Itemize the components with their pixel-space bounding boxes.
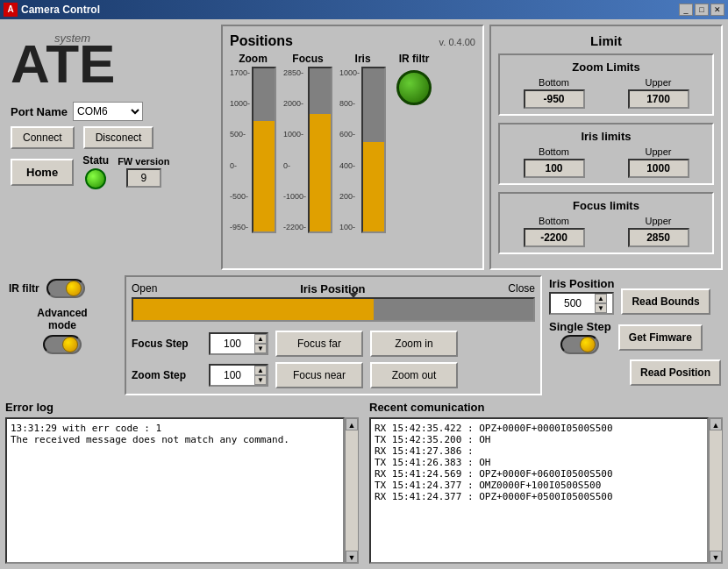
comm-line-5: RX 15:41:24.569 : OPZ+0000F+0600I0500S50… [375,468,703,480]
zoom-slider-group: Zoom 1700-1000-500-0--500--950- [230,53,276,233]
zoom-limits-row: Bottom Upper [505,77,707,109]
fw-version-input[interactable] [126,168,161,188]
single-step-field: Single Step [549,320,611,354]
iris-bar-section: Open Iris Position Close [132,282,535,325]
status-label: Statu [82,154,109,167]
recent-comm-panel: Recent comunication RX 15:42:35.422 : OP… [369,401,723,564]
connect-button[interactable]: Connect [11,126,75,149]
error-log-box[interactable]: 13:31:29 with err code : 1 The received … [5,417,345,564]
step-controls: Focus Step ▲ ▼ Focus far Zoom in Zoom St… [132,331,535,388]
error-log-panel: Error log 13:31:29 with err code : 1 The… [5,401,359,564]
focus-step-input[interactable] [211,334,254,353]
advanced-mode-toggle[interactable] [43,335,82,354]
focus-upper-label: Upper [646,216,672,226]
focus-slider-fill [310,114,331,231]
read-bounds-button[interactable]: Read Bounds [621,288,710,315]
focus-limits-title: Focus limits [505,199,707,212]
disconnect-button[interactable]: Disconect [83,126,154,149]
zoom-upper-label: Upper [646,77,672,88]
error-log-line-2: The received message does not match any … [11,434,339,445]
status-row: Home Statu FW version [5,154,216,189]
recent-comm-box[interactable]: RX 15:42:35.422 : OPZ+0000F+0000I0500S50… [369,417,709,564]
focus-step-spinner: ▲ ▼ [209,332,268,355]
single-step-toggle[interactable] [560,335,599,354]
port-name-select[interactable]: COM6 COM1 COM3 [73,102,143,121]
focus-upper-field: Upper [628,216,689,247]
single-step-label: Single Step [549,320,611,333]
focus-bottom-input[interactable] [524,228,585,247]
iris-upper-field: Upper [628,146,689,178]
iris-bar-track [132,297,535,322]
left-panel: system ATE Port Name COM6 COM1 COM3 Conn… [5,25,216,270]
comm-line-3: RX 15:41:27.386 : [375,445,703,457]
focus-upper-input[interactable] [628,228,689,247]
zoom-limits-title: Zoom Limits [505,60,707,74]
left-controls: IR filtr Advancedmode [5,275,119,395]
focus-labels: 2850-2000-1000-0--1000--2200- [283,67,306,233]
zoom-slider-fill [253,121,275,231]
zoom-upper-input[interactable] [628,89,689,109]
focus-near-button[interactable]: Focus near [275,362,363,388]
focus-label: Focus [292,53,323,65]
maximize-button[interactable]: □ [695,4,709,16]
logo-area: system ATE [5,25,216,96]
comm-line-4: TX 15:41:26.383 : OH [375,457,703,468]
focus-step-down[interactable]: ▼ [254,344,267,353]
read-position-button[interactable]: Read Position [630,359,721,386]
zoom-step-input[interactable] [211,366,254,385]
zoom-out-button[interactable]: Zoom out [370,362,458,388]
comm-line-1: RX 15:42:35.422 : OPZ+0000F+0000I0500S50… [375,423,703,434]
zoom-upper-field: Upper [628,77,689,109]
zoom-step-spinner-btns: ▲ ▼ [254,366,267,385]
minimize-button[interactable]: _ [679,4,693,16]
logo-container: system ATE [11,30,186,91]
iris-bottom-label: Bottom [539,146,569,157]
positions-title: Positions [230,33,293,49]
iris-labels: 1000-800-600-400-200-100- [339,67,360,233]
window-controls: _ □ ✕ [679,4,724,16]
zoom-label: Zoom [239,53,268,65]
zoom-step-down[interactable]: ▼ [254,375,267,385]
read-position-row: Read Position [549,359,721,386]
home-button[interactable]: Home [11,159,74,186]
logo-ate-text: ATE [11,37,115,91]
close-button[interactable]: ✕ [710,4,724,16]
iris-bottom-input[interactable] [524,159,585,178]
error-log-line-1: 13:31:29 with err code : 1 [11,423,339,434]
comm-line-7: RX 15:41:24.377 : OPZ+0000F+0500I0500S50… [375,491,703,502]
advanced-mode-section: Advancedmode [9,307,116,354]
iris-pos-down[interactable]: ▼ [595,303,607,313]
iris-slider-fill [363,142,384,231]
ir-filtr-toggle[interactable] [46,279,85,298]
focus-far-button[interactable]: Focus far [275,331,363,357]
connect-buttons-row: Connect Disconect [5,126,216,149]
ir-filtr-led [396,70,432,105]
focus-slider-group: Focus 2850-2000-1000-0--1000--2200- [283,53,332,233]
recent-comm-title: Recent comunication [369,401,723,414]
recent-comm-scrollbar[interactable]: ▲ ▼ [709,417,723,564]
error-log-scrollbar[interactable]: ▲ ▼ [345,417,359,564]
advanced-mode-label: Advancedmode [37,307,87,331]
zoom-step-up[interactable]: ▲ [254,366,267,375]
focus-step-up[interactable]: ▲ [254,334,267,344]
comm-line-2: TX 15:42:35.200 : OH [375,434,703,445]
comm-line-6: TX 15:41:24.377 : OMZ0000F+100I0500S500 [375,480,703,491]
right-controls: Iris Position ▲ ▼ Read Bounds Single Ste… [547,275,723,395]
zoom-step-spinner: ▲ ▼ [209,364,268,387]
advanced-mode-toggle-knob [62,337,78,352]
zoom-slider-track [252,67,276,233]
limit-panel: Limit Zoom Limits Bottom Upper Iris limi… [489,25,723,270]
zoom-in-button[interactable]: Zoom in [370,331,458,357]
focus-slider-track [308,67,332,233]
top-section: system ATE Port Name COM6 COM1 COM3 Conn… [0,19,728,275]
center-controls-panel: Open Iris Position Close Focus Step [125,275,542,395]
get-firmware-button[interactable]: Get Fimware [618,324,703,351]
iris-position-spinner-btns: ▲ ▼ [595,294,607,313]
zoom-step-row: Zoom Step ▲ ▼ Focus near Zoom out [132,362,535,388]
zoom-bottom-input[interactable] [524,89,585,109]
iris-position-input[interactable] [551,294,595,313]
focus-step-label: Focus Step [132,338,202,350]
iris-upper-input[interactable] [628,159,689,178]
iris-pos-up[interactable]: ▲ [595,294,607,303]
zoom-limits-group: Zoom Limits Bottom Upper [498,53,714,116]
